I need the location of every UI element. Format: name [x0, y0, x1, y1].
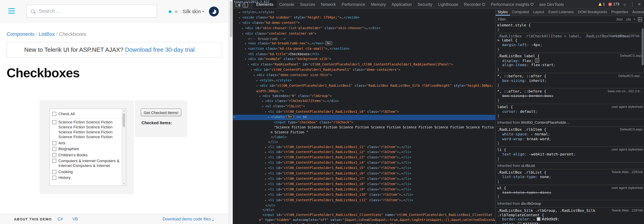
dom-tree-node[interactable]: <input id="ctl00_ContentPlaceholder1_Rad…: [233, 213, 495, 224]
dom-tree-node[interactable]: </div>: [233, 208, 495, 213]
sidebar-tab-dom-breakpoints[interactable]: DOM Breakpoints: [576, 8, 609, 16]
item-checkbox[interactable]: [52, 120, 56, 124]
devtools-tab-recorder[interactable]: Recorder: [461, 0, 488, 8]
check-all-checkbox[interactable]: [52, 112, 56, 116]
csharp-link[interactable]: C#: [58, 217, 63, 221]
dom-tree-node-selected[interactable]: ▾<label>flex == $0: [233, 115, 495, 120]
devtools-tab-memory[interactable]: Memory: [368, 0, 389, 8]
dom-tree-node[interactable]: ▾<ul class="rlbList">: [233, 104, 495, 110]
dom-tree-node[interactable]: ▾<div class="kd-demo-content">: [233, 20, 495, 26]
dom-tree-node[interactable]: <h1 class="kd-title">Checkboxes</h1>: [233, 52, 495, 57]
css-property[interactable]: color: #333333;: [497, 222, 642, 224]
dom-tree-node[interactable]: ▸<li id="ctl00_ContentPlaceholder1_RadLi…: [233, 187, 495, 192]
devtools-tab-axe-devtools[interactable]: axe DevTools: [536, 0, 567, 8]
download-demo-link[interactable]: Download demo code files: [162, 217, 214, 221]
css-rule[interactable]: DefaultCS.aspx.RadListBox label {display…: [496, 53, 644, 73]
dom-tree-node[interactable]: ▾<div id="ctl00_ContentPlaceholder1_RadA…: [233, 68, 495, 73]
cta-trial-link[interactable]: Download free 30-day trial: [125, 46, 195, 53]
search-box[interactable]: [26, 4, 157, 18]
item-checkbox[interactable]: [52, 176, 56, 180]
dom-tree-node[interactable]: ▸<li id="ctl00_ContentPlaceholder1_RadLi…: [233, 145, 495, 150]
close-devtools-icon[interactable]: [638, 1, 641, 7]
dom-tree-node[interactable]: ▸<li id="ctl00_ContentPlaceholder1_RadLi…: [233, 182, 495, 187]
sidebar-tab-styles[interactable]: Styles: [496, 8, 510, 16]
css-rule[interactable]: Telerik.Web…2297e6.RadListBox_Silk .rlbG…: [496, 208, 644, 224]
dom-tree-node[interactable]: ▾<div id="ctl00_ContentPlaceholder1_RadL…: [233, 83, 495, 94]
devtools-tab-performance-insights[interactable]: Performance insights: [488, 0, 536, 8]
devtools-tab-lighthouse[interactable]: Lighthouse: [435, 0, 461, 8]
theme-toggle-button[interactable]: [209, 6, 219, 16]
stylesheet-link[interactable]: user agent stylesheet: [612, 105, 643, 109]
stylesheet-link[interactable]: user agent stylesheet: [612, 186, 643, 190]
dom-tree-node[interactable]: ▾<div class="demo-container size-thin">: [233, 73, 495, 78]
stylesheet-link[interactable]: user agent stylesheet: [612, 148, 643, 152]
css-property[interactable]: text-align: -webkit-match-parent;: [497, 152, 642, 157]
dom-tree-node[interactable]: ▸<li id="ctl00_ContentPlaceholder1_RadLi…: [233, 155, 495, 160]
listbox-item[interactable]: Children's Books: [50, 152, 121, 157]
skin-selector[interactable]: Silk skin: [183, 8, 204, 14]
css-rule[interactable]: user agent stylesheetlabel {cursor: defa…: [496, 104, 644, 120]
item-checkbox[interactable]: [52, 159, 56, 163]
css-property[interactable]: display: flex;: [497, 58, 642, 63]
dom-tree-node[interactable]: ▸<aside class="kd-sidebar" style="height…: [233, 15, 495, 20]
layout-grid-icon[interactable]: [638, 17, 642, 21]
toggle-[interactable]: +: [633, 17, 636, 21]
stylesheet-link[interactable]: Telerik.Web…2297e6: [612, 170, 643, 175]
stylesheet-link[interactable]: base.min.cs…022.2.6…: [608, 90, 643, 94]
dom-tree-node[interactable]: ▸<li id="ctl00_ContentPlaceholder1_RadLi…: [233, 171, 495, 176]
inherited-node-link[interactable]: div.rlbGroup: [521, 202, 541, 206]
toggle-hov[interactable]: :hov: [616, 17, 623, 21]
devtools-tab-network[interactable]: Network: [318, 0, 339, 8]
css-property[interactable]: list-style-type: none;: [497, 175, 642, 179]
css-property[interactable]: border-color: ▸ #d9d9d9;: [497, 217, 642, 222]
css-rule[interactable]: Telerik.Web…2297e6.RadListBox .rlbList {…: [496, 170, 644, 185]
dom-tree-node[interactable]: <input type="checkbox" class="rlbCheck">: [233, 120, 495, 125]
sidebar-tab-properties[interactable]: Properties: [609, 8, 630, 16]
dom-tree-node[interactable]: ▸<li id="ctl00_ContentPlaceholder1_RadLi…: [233, 160, 495, 166]
devtools-tab-application[interactable]: Application: [389, 0, 414, 8]
flex-editor-icon[interactable]: [535, 58, 539, 62]
about-this-demo-link[interactable]: ABOUT THIS DEMO: [14, 217, 52, 221]
expand-longhand-icon[interactable]: ▸: [531, 133, 534, 136]
sidebar-scrollbar-thumb[interactable]: [642, 28, 644, 66]
dom-tree-node[interactable]: </li>: [233, 140, 495, 145]
dom-tree-node[interactable]: ▸<div id="skin-chooser-list-placeholder"…: [233, 26, 495, 31]
sidebar-tab-accessibility[interactable]: Accessibility: [630, 8, 644, 16]
dom-tree-node[interactable]: "Science Fiction Science Fiction Science…: [233, 125, 495, 135]
css-property[interactable]: white-space: ▸ normal;: [497, 132, 642, 137]
dom-tree-node[interactable]: ▸<li id="ctl00_ContentPlaceholder1_RadLi…: [233, 192, 495, 198]
css-property[interactable]: word-wrap: break-word;: [497, 137, 642, 141]
listbox-item[interactable]: Biographies: [50, 146, 121, 151]
css-selector[interactable]: > label {: [497, 38, 642, 43]
stylesheet-link[interactable]: DefaultCS.asp…: [618, 74, 643, 78]
pager-dot-active[interactable]: [169, 10, 172, 13]
error-count-badge[interactable]: 173: [608, 2, 619, 6]
css-property[interactable]: box-sizing: border-box;: [497, 94, 642, 98]
settings-gear-icon[interactable]: [622, 2, 627, 7]
vb-link[interactable]: VB: [72, 217, 78, 221]
css-property[interactable]: box-sizing: inherit;: [497, 78, 642, 83]
warning-count-badge[interactable]: 1: [598, 2, 605, 6]
pager-dot[interactable]: [175, 10, 178, 13]
stylesheet-link[interactable]: Telerik.Web…2297e6…: [608, 34, 643, 38]
item-checkbox[interactable]: [52, 153, 56, 157]
inherited-node-link[interactable]: ul.rlbList: [521, 164, 535, 168]
dom-tree-node[interactable]: ▸<nav class="kd-breadcrumb-nav">…</nav>f…: [233, 41, 495, 46]
color-swatch[interactable]: [518, 222, 522, 224]
css-selector[interactable]: .rlbTemplateContent {: [497, 213, 642, 217]
dom-tree-node[interactable]: ▾<div class="container container-sm">: [233, 31, 495, 36]
listbox-item[interactable]: Science Fiction Science Fiction Science …: [50, 120, 121, 139]
css-rule[interactable]: user agent stylesheetul {list-style-type…: [496, 185, 644, 200]
listbox-item[interactable]: Arts: [50, 140, 121, 146]
dom-tree-node[interactable]: ▸<div class="rlbCheckAllItems">…</div>: [233, 99, 495, 104]
dom-tree-node[interactable]: <!-- Breadcrumb -->: [233, 36, 495, 41]
menu-icon[interactable]: [8, 8, 15, 14]
dom-tree-node[interactable]: </ul>: [233, 203, 495, 208]
radlistbox[interactable]: Check All Science Fiction Science Fictio…: [49, 109, 126, 186]
css-rule[interactable]: DefaultCS.asp…*, ::before, ::after {box-…: [496, 73, 644, 88]
item-checkbox[interactable]: [52, 147, 56, 151]
breadcrumb-item[interactable]: ListBox: [39, 31, 55, 37]
listbox-item[interactable]: History: [50, 175, 121, 180]
devtools-tab-console[interactable]: Console: [276, 0, 297, 8]
devtools-tab-performance[interactable]: Performance: [339, 0, 368, 8]
